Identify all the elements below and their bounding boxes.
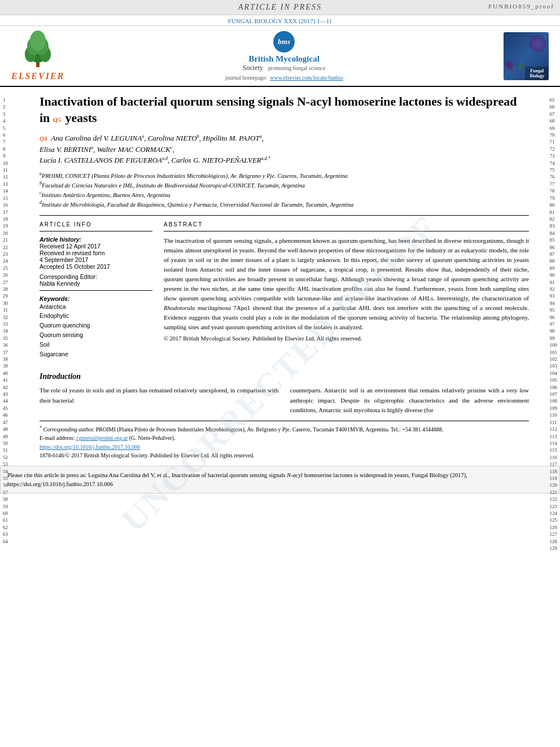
bms-name-text: British Mycological [248, 54, 319, 63]
cover-illustration-icon [504, 52, 525, 80]
info-divider [40, 231, 152, 231]
keyword-quorum-quenching: Quorum quenching [40, 321, 152, 330]
svg-point-9 [518, 63, 523, 69]
fungal-biology-cover: FungalBiology [504, 32, 549, 80]
authors-line: Ana Carolina del V. LEGUINAa, Carolina N… [40, 134, 270, 164]
doi-note: https://doi.org/10.1016/j.funbio.2017.10… [40, 443, 529, 452]
bms-name: British Mycological [248, 54, 319, 64]
svg-point-10 [510, 66, 514, 71]
abstract-divider [164, 231, 529, 231]
corresponding-editor-name: Nabla Kennedy [40, 280, 152, 287]
keywords-list: Antarctica Endophytic Quorum quenching Q… [40, 302, 152, 359]
article-title: Inactivation of bacterial quorum sensing… [40, 94, 529, 126]
corresponding-author-note: * Corresponding author. PROIMI (Planta P… [40, 425, 529, 434]
elsevier-text: ELSEVIER [11, 71, 64, 81]
affiliations: aPROIMI, CONICET (Planta Piloto de Proce… [40, 171, 529, 209]
main-content: Inactivation of bacterial quorum sensing… [0, 94, 560, 460]
bms-society: Society promoting fungal science [243, 64, 326, 72]
keyword-antarctica: Antarctica [40, 302, 152, 312]
journal-url-link[interactable]: www.elsevier.com/locate/funbio [270, 75, 343, 81]
keyword-sugarcane: Sugarcane [40, 350, 152, 359]
cover-decoration [529, 35, 546, 52]
affiliation-b: bFacultad de Ciencias Naturales e IML, I… [40, 180, 529, 190]
email-note: E-mail address: cgnieto@proimi.org.ar (G… [40, 434, 529, 443]
keywords-label: Keywords: [40, 295, 152, 302]
q5-marker: Q5 [53, 116, 61, 123]
elsevier-tree-icon [12, 30, 63, 70]
keyword-quorum-sensing: Quorum sensing [40, 330, 152, 340]
article-info-heading: ARTICLE INFO [40, 221, 152, 228]
citation-box: Please cite this article in press as: Le… [0, 466, 560, 494]
bms-society-text: Society [243, 64, 263, 72]
email-link[interactable]: cgnieto@proimi.org.ar [76, 435, 128, 441]
journal-header: FUNGAL BIOLOGY XXX (2017) 1—11 [0, 15, 560, 26]
doi-link[interactable]: https://doi.org/10.1016/j.funbio.2017.10… [40, 444, 140, 450]
affiliation-d: dInstituto de Microbiología, Facultad de… [40, 199, 529, 209]
introduction-body: The role of yeasts in soils and in plant… [40, 386, 529, 414]
received-date: Received 12 April 2017 [40, 243, 152, 250]
article-info-column: ARTICLE INFO Article history: Received 1… [40, 221, 152, 362]
keywords-block: Keywords: Antarctica Endophytic Quorum q… [40, 295, 152, 359]
elsevier-logo: ELSEVIER [11, 30, 64, 81]
footnotes: * Corresponding author. PROIMI (Planta P… [40, 421, 529, 460]
abstract-heading: ABSTRACT [164, 221, 529, 228]
affiliation-c: cInstituto Antártico Argentino, Buenos A… [40, 190, 529, 199]
accepted-date: Accepted 15 October 2017 [40, 263, 152, 270]
intro-col-left: The role of yeasts in soils and in plant… [40, 386, 279, 414]
copyright-note: 1878-6146/© 2017 British Mycological Soc… [40, 451, 529, 460]
revised-label: Received in revised form [40, 250, 152, 256]
corresponding-editor-block: Corresponding Editor: Nabla Kennedy [40, 273, 152, 287]
content-wrapper: 1 2 3 4 5 6 7 8 9 10 11 12 13 14 15 16 1… [0, 94, 560, 460]
svg-point-6 [30, 30, 46, 51]
info-abstract-columns: ARTICLE INFO Article history: Received 1… [40, 221, 529, 362]
article-in-press-label: ARTICLE IN PRESS [238, 3, 322, 11]
bms-promoting-text: promoting fungal science [268, 65, 326, 71]
abstract-copyright: © 2017 British Mycological Society. Publ… [164, 335, 529, 342]
keyword-soil: Soil [40, 340, 152, 350]
authors-section: Q4 Ana Carolina del V. LEGUINAa, Carolin… [40, 133, 529, 166]
intro-col-right: counterparts. Antarctic soil is an envir… [290, 386, 530, 414]
journal-url-label: journal homepage: [225, 75, 268, 81]
bms-badge-text: bms [278, 37, 290, 46]
revised-date: 4 September 2017 [40, 256, 152, 263]
abstract-column: ABSTRACT The inactivation of quorum sens… [164, 221, 529, 362]
journal-volume: FUNGAL BIOLOGY XXX (2017) 1—11 [228, 18, 333, 24]
corresponding-editor-label: Corresponding Editor: [40, 273, 152, 280]
history-label: Article history: [40, 236, 152, 243]
journal-url: journal homepage: www.elsevier.com/locat… [225, 75, 343, 81]
cover-text: FungalBiology [525, 67, 549, 80]
bms-badge: bms [273, 31, 295, 53]
proof-id: FUNBIO859_proof [488, 3, 554, 10]
bms-center: bms British Mycological Society promotin… [64, 31, 504, 81]
article-history: Article history: Received 12 April 2017 … [40, 236, 152, 270]
introduction-section: Introduction The role of yeasts in soils… [40, 372, 529, 414]
page: UNCORRECTED PROOF ARTICLE IN PRESS FUNBI… [0, 0, 560, 747]
top-banner: ARTICLE IN PRESS FUNBIO859_proof [0, 0, 560, 15]
section-divider [40, 215, 529, 216]
affiliation-a: aPROIMI, CONICET (Planta Piloto de Proce… [40, 171, 529, 180]
introduction-heading: Introduction [40, 372, 529, 381]
logo-row: ELSEVIER bms British Mycological Society… [0, 26, 560, 87]
keywords-divider [40, 290, 152, 291]
q4-marker: Q4 [40, 135, 47, 142]
abstract-text: The inactivation of quorum sensing signa… [164, 236, 529, 332]
keyword-endophytic: Endophytic [40, 311, 152, 321]
bms-logo: bms British Mycological Society promotin… [64, 31, 504, 81]
